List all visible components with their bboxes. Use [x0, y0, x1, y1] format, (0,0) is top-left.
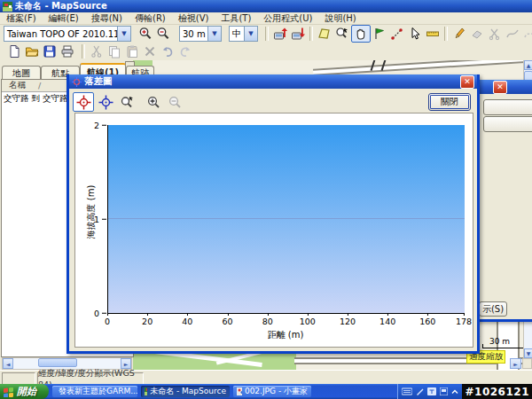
- tab-map[interactable]: 地圖: [2, 66, 41, 80]
- map-tool-icon: [317, 27, 332, 41]
- x-tick-label: 0: [105, 317, 110, 326]
- send-to-device-button[interactable]: [271, 26, 289, 42]
- profile-dialog-titlebar[interactable]: 落差圖 ✕: [69, 74, 477, 89]
- close-icon[interactable]: ✕: [460, 75, 474, 89]
- scrollbar-thumb[interactable]: [38, 358, 77, 367]
- elevation-chart: 012 020406080100120140160178 海拔高度 (m) 距離…: [74, 113, 473, 348]
- redo-button[interactable]: [176, 43, 194, 59]
- menu-find[interactable]: 搜尋(N): [85, 12, 129, 25]
- pen-icon[interactable]: [416, 387, 424, 395]
- new-file-button[interactable]: [5, 43, 23, 59]
- pan-marker-tool-button[interactable]: [73, 92, 94, 112]
- close-icon[interactable]: ✕: [493, 81, 507, 94]
- zoom-out-button[interactable]: [154, 26, 172, 42]
- menu-transfer[interactable]: 傳輸(R): [129, 12, 172, 25]
- chart-zoom-out-button[interactable]: [165, 93, 184, 111]
- scrollbar-corner: [522, 358, 532, 369]
- zoom-tool-button[interactable]: [333, 26, 351, 42]
- toolbar-main: Taiwan TOPO OF 2010.11 ▼ 30 m ▼ 中 ▼: [0, 25, 532, 43]
- selection-tool-button[interactable]: [406, 26, 424, 42]
- chart-zoom-in-button[interactable]: [144, 93, 163, 111]
- x-tick-label: 178: [456, 317, 472, 326]
- hidden-button[interactable]: [483, 99, 532, 115]
- status-bar: 經度/緯度/度分顯示(WGS 84): [0, 370, 532, 385]
- taskbar-task-paint[interactable]: 002.JPG - 小畫家: [233, 386, 311, 397]
- toolbar-separator: [309, 27, 313, 41]
- receive-from-device-icon: [291, 27, 305, 41]
- undo-button[interactable]: [159, 43, 176, 59]
- menu-help[interactable]: 說明(H): [318, 12, 362, 25]
- hand-tool-button[interactable]: [351, 25, 371, 43]
- waypoint-tool-button[interactable]: [371, 26, 388, 42]
- status-section: [2, 372, 35, 385]
- eraser-icon: [470, 27, 484, 41]
- route-tool-button[interactable]: [388, 26, 406, 42]
- toolbar-file: [0, 43, 532, 61]
- ruler-icon: [426, 27, 440, 41]
- sort-indicator: /: [26, 81, 41, 90]
- scroll-right-arrow[interactable]: ►: [510, 358, 521, 369]
- receive-from-device-button[interactable]: [289, 26, 307, 42]
- delete-button[interactable]: [141, 43, 159, 59]
- zoom-out-icon: [156, 27, 170, 41]
- window-tray-icon[interactable]: [440, 387, 448, 395]
- cut-track-button[interactable]: [486, 26, 504, 42]
- cut-button[interactable]: [88, 43, 106, 59]
- print-button[interactable]: [59, 43, 76, 59]
- taskbar-task-mapsource[interactable]: 未命名 - MapSource: [141, 386, 230, 397]
- menu-view[interactable]: 檢視(V): [172, 12, 215, 25]
- taskbar-task-browser[interactable]: 發表新主題於GARM...: [52, 386, 137, 397]
- hidden-button[interactable]: [483, 116, 532, 132]
- x-tick-label: 80: [262, 317, 273, 326]
- zoom-select-tool-button[interactable]: [117, 93, 137, 111]
- waypoint-flag-icon: [372, 27, 387, 41]
- zoom-scale-combobox[interactable]: 30 m ▼: [179, 26, 222, 42]
- profile-dialog-title: 落差圖: [84, 75, 113, 88]
- blue-crosshair-icon: [98, 95, 113, 110]
- save-button[interactable]: [41, 43, 59, 59]
- select-point-tool-button[interactable]: [96, 93, 115, 111]
- chevron-down-icon[interactable]: ▼: [207, 27, 221, 41]
- menu-tools[interactable]: 工具(T): [215, 12, 257, 25]
- open-file-button[interactable]: [23, 43, 41, 59]
- new-file-icon: [7, 44, 21, 59]
- x-axis-label: 距離 (m): [107, 329, 464, 341]
- scissors-icon: [488, 27, 502, 41]
- cut-icon: [90, 44, 104, 59]
- zoom-in-button[interactable]: [137, 26, 154, 42]
- chevron-down-icon[interactable]: ▼: [244, 27, 257, 41]
- track-curve-icon: [505, 27, 520, 41]
- scroll-left-arrow[interactable]: ◄: [3, 358, 13, 369]
- menu-file[interactable]: 檔案(F): [0, 12, 43, 25]
- watermark-id: #1026121: [462, 384, 532, 399]
- paste-button[interactable]: [123, 43, 141, 59]
- map-scale-label: 30 m: [489, 337, 510, 346]
- scroll-down-arrow[interactable]: ▼: [524, 348, 532, 358]
- menu-utilities[interactable]: 公用程式(U): [257, 12, 318, 25]
- hand-tool-icon: [354, 27, 368, 41]
- zoom-select-icon: [120, 95, 135, 110]
- ime-indicator-icon[interactable]: [427, 387, 436, 395]
- system-tray: [397, 384, 462, 399]
- keyboard-icon[interactable]: [402, 387, 412, 395]
- chevron-up-icon[interactable]: [451, 388, 458, 395]
- chevron-down-icon[interactable]: ▼: [117, 27, 130, 41]
- detail-level-combobox[interactable]: 中 ▼: [229, 26, 258, 42]
- draw-track-button[interactable]: [450, 26, 468, 42]
- start-button[interactable]: 開始: [0, 384, 49, 399]
- close-button[interactable]: 關閉: [428, 93, 471, 111]
- menu-edit[interactable]: 編輯(E): [43, 12, 85, 25]
- map-product-combobox[interactable]: Taiwan TOPO OF 2010.11 ▼: [4, 26, 131, 42]
- copy-button[interactable]: [106, 43, 123, 59]
- erase-track-button[interactable]: [468, 26, 486, 42]
- show-button-fragment[interactable]: 示(S): [479, 301, 507, 317]
- scroll-up-arrow[interactable]: ▲: [524, 60, 532, 70]
- filter-track-button[interactable]: [521, 26, 532, 42]
- measure-tool-button[interactable]: [424, 26, 442, 42]
- profile-dialog-icon: [72, 77, 82, 87]
- detail-level-value: 中: [230, 27, 244, 40]
- chart-plot-area[interactable]: [107, 125, 465, 314]
- map-tool-button[interactable]: [316, 26, 333, 42]
- x-tick-label: 120: [340, 317, 356, 326]
- join-track-button[interactable]: [504, 26, 521, 42]
